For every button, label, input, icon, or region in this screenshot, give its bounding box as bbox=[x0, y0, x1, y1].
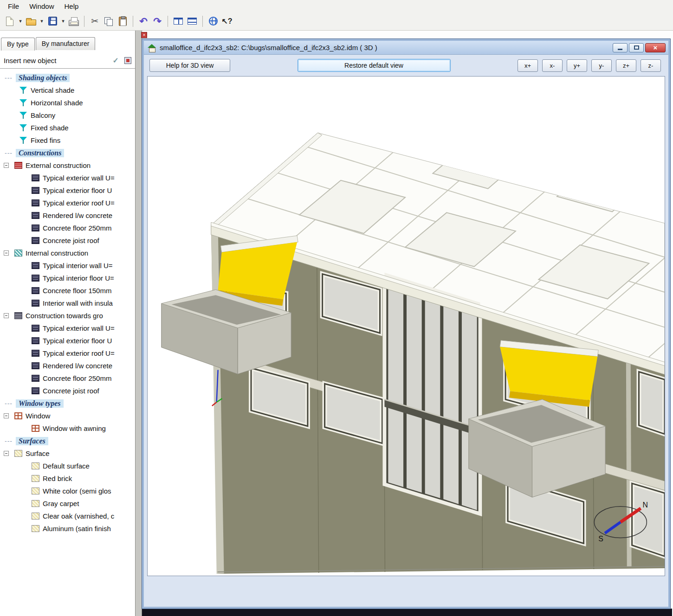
axis-y-plus-button[interactable]: y+ bbox=[567, 59, 587, 72]
tree-item[interactable]: Gray carpet bbox=[0, 497, 135, 510]
check-icon[interactable]: ✓ bbox=[113, 56, 119, 65]
axis-y-minus-button[interactable]: y- bbox=[591, 59, 612, 72]
tab-by-type[interactable]: By type bbox=[1, 38, 35, 51]
tree-item[interactable]: Concrete floor 250mm bbox=[0, 222, 135, 234]
new-dropdown-button[interactable]: ▾ bbox=[17, 14, 24, 29]
tree-item[interactable]: Aluminum (satin finish bbox=[0, 522, 135, 535]
construction-icon bbox=[32, 362, 39, 369]
external-construction-icon bbox=[14, 162, 22, 169]
tree-item[interactable]: Internal construction bbox=[0, 247, 135, 259]
tree-item[interactable]: Typical exterior roof U= bbox=[0, 197, 135, 209]
close-panel-button[interactable]: × bbox=[141, 32, 147, 38]
collapse-toggle[interactable] bbox=[4, 413, 9, 418]
minimize-button[interactable] bbox=[613, 43, 628, 52]
save-dropdown-button[interactable]: ▾ bbox=[59, 14, 67, 29]
paste-clipboard-icon bbox=[119, 17, 127, 26]
panel-splitter[interactable]: × bbox=[135, 31, 142, 616]
construction-icon bbox=[32, 225, 39, 231]
tree-item[interactable]: Typical exterior floor U bbox=[0, 334, 135, 347]
tree-item[interactable]: Red brick bbox=[0, 472, 135, 485]
tree-item[interactable]: Fixed fins bbox=[0, 134, 135, 147]
tree-section-label: Surfaces bbox=[16, 437, 48, 445]
child-title-bar[interactable]: smalloffice_d_ifc2x3_sb2: C:\bugs\smallo… bbox=[144, 41, 668, 55]
tree-item[interactable]: Window with awning bbox=[0, 422, 135, 435]
tile-horizontal-button[interactable] bbox=[185, 14, 199, 29]
tree-item[interactable]: Interior wall with insula bbox=[0, 297, 135, 309]
collapse-toggle[interactable] bbox=[4, 250, 9, 256]
tree-item-label: Typical exterior floor U bbox=[43, 337, 112, 345]
tree-item-label: Typical exterior wall U= bbox=[43, 324, 115, 332]
tree-item-label: Construction towards gro bbox=[26, 312, 103, 320]
tree-item-label: Rendered l/w concrete bbox=[43, 212, 112, 219]
construction-icon bbox=[32, 199, 39, 206]
menu-bar: File Window Help bbox=[0, 0, 673, 12]
tree-item[interactable]: Typical exterior floor U bbox=[0, 184, 135, 197]
open-dropdown-button[interactable]: ▾ bbox=[38, 14, 45, 29]
tree-item-label: External construction bbox=[26, 161, 91, 169]
tree-item[interactable]: Fixed shade bbox=[0, 122, 135, 134]
tree-item[interactable]: Vertical shade bbox=[0, 84, 135, 96]
tree-item[interactable]: White color (semi glos bbox=[0, 485, 135, 497]
insert-new-object-row: Insert new object ✓ bbox=[0, 53, 135, 69]
tree-item[interactable]: Concrete joist roof bbox=[0, 385, 135, 397]
tab-by-manufacturer[interactable]: By manufacturer bbox=[36, 37, 96, 50]
menu-help[interactable]: Help bbox=[59, 1, 84, 12]
tile-vertical-button[interactable] bbox=[171, 14, 185, 29]
help-3d-button[interactable]: Help for 3D view bbox=[149, 59, 230, 72]
tree-item-label: Fixed shade bbox=[31, 124, 69, 132]
new-button[interactable] bbox=[3, 14, 17, 29]
tree-item[interactable]: Concrete joist roof bbox=[0, 234, 135, 247]
print-button[interactable] bbox=[67, 14, 81, 29]
paste-button[interactable] bbox=[116, 14, 129, 29]
context-help-button[interactable]: ↖? bbox=[220, 14, 234, 29]
3d-viewport[interactable]: N S bbox=[147, 76, 665, 576]
axis-z-minus-button[interactable]: z- bbox=[641, 59, 661, 72]
tree-item[interactable]: Horizontal shade bbox=[0, 96, 135, 109]
3d-view-window: smalloffice_d_ifc2x3_sb2: C:\bugs\smallo… bbox=[142, 39, 670, 609]
axis-x-plus-button[interactable]: x+ bbox=[518, 59, 538, 72]
redo-button[interactable]: ↷ bbox=[150, 14, 164, 29]
tree-item[interactable]: Typical exterior roof U= bbox=[0, 347, 135, 359]
axis-x-minus-button[interactable]: x- bbox=[542, 59, 563, 72]
menu-window[interactable]: Window bbox=[24, 1, 59, 12]
save-button[interactable] bbox=[45, 14, 59, 29]
restore-default-view-button[interactable]: Restore default view bbox=[298, 59, 451, 72]
tree-item[interactable]: Construction towards gro bbox=[0, 309, 135, 322]
undo-arrow-icon: ↶ bbox=[139, 16, 148, 26]
tree-section[interactable]: ---Constructions bbox=[0, 147, 135, 159]
tree-item[interactable]: Window bbox=[0, 410, 135, 422]
compass-north-label: N bbox=[642, 501, 647, 509]
tree-item[interactable]: Default surface bbox=[0, 460, 135, 472]
tree-item[interactable]: Concrete floor 250mm bbox=[0, 372, 135, 385]
tree-item[interactable]: Surface bbox=[0, 447, 135, 460]
close-button[interactable]: × bbox=[645, 43, 666, 52]
undo-button[interactable]: ↶ bbox=[136, 14, 150, 29]
tree-section[interactable]: ---Window types bbox=[0, 397, 135, 410]
open-button[interactable] bbox=[24, 14, 38, 29]
tree-item[interactable]: Clear oak (varnished, c bbox=[0, 510, 135, 522]
tree-item[interactable]: Rendered l/w concrete bbox=[0, 209, 135, 222]
tree-item[interactable]: Concrete floor 150mm bbox=[0, 284, 135, 297]
collapse-toggle[interactable] bbox=[4, 451, 9, 456]
menu-file[interactable]: File bbox=[3, 1, 24, 12]
tree-section[interactable]: ---Shading objects bbox=[0, 71, 135, 84]
axis-z-plus-button[interactable]: z+ bbox=[616, 59, 636, 72]
tree-item[interactable]: Rendered l/w concrete bbox=[0, 359, 135, 372]
globe-button[interactable] bbox=[206, 14, 220, 29]
maximize-button[interactable] bbox=[629, 43, 644, 52]
cut-button[interactable]: ✂ bbox=[88, 14, 102, 29]
tree-section[interactable]: ---Surfaces bbox=[0, 435, 135, 447]
home-building-icon bbox=[148, 44, 156, 51]
construction-icon bbox=[32, 300, 39, 307]
tree-item[interactable]: Typical exterior wall U= bbox=[0, 172, 135, 184]
tree-section-label: Shading objects bbox=[16, 74, 70, 82]
tree-item[interactable]: External construction bbox=[0, 159, 135, 172]
object-palette-icon[interactable] bbox=[124, 57, 131, 64]
copy-button[interactable] bbox=[102, 14, 116, 29]
collapse-toggle[interactable] bbox=[4, 163, 9, 168]
tree-item[interactable]: Balcony bbox=[0, 109, 135, 122]
tree-item[interactable]: Typical interior wall U= bbox=[0, 259, 135, 272]
tree-item[interactable]: Typical exterior wall U= bbox=[0, 322, 135, 334]
tree-item[interactable]: Typical interior floor U= bbox=[0, 272, 135, 284]
collapse-toggle[interactable] bbox=[4, 313, 9, 318]
